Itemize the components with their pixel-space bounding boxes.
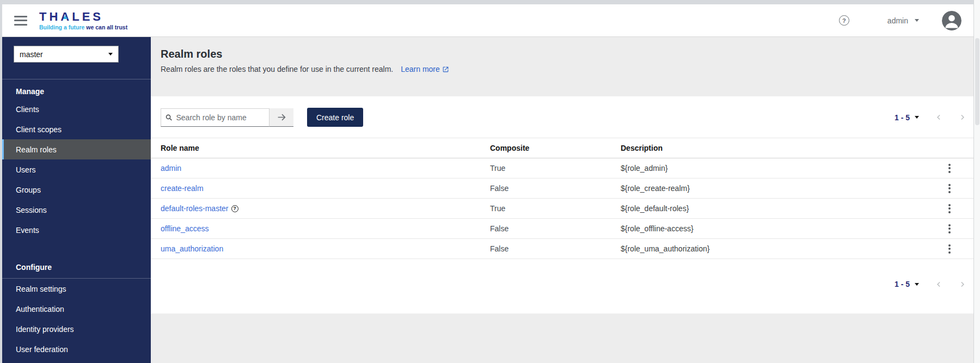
person-icon xyxy=(942,11,961,30)
sidebar-item-realm-settings[interactable]: Realm settings xyxy=(2,279,151,299)
table-row: uma_authorization False ${role_uma_autho… xyxy=(151,239,973,259)
row-actions-kebab[interactable] xyxy=(943,181,956,196)
composite-value: False xyxy=(490,224,621,233)
row-actions-kebab[interactable] xyxy=(943,241,956,257)
pagination-range-label: 1 - 5 xyxy=(895,280,910,288)
page-subtitle: Realm roles are the roles that you defin… xyxy=(161,65,393,73)
thales-logo: THALES Building a future we can all trus… xyxy=(39,11,127,30)
pagination-range-dropdown[interactable]: 1 - 5 xyxy=(895,113,919,122)
pagination-bottom: 1 - 5 xyxy=(895,280,966,288)
question-circle-icon[interactable]: ? xyxy=(231,205,238,212)
column-role-name: Role name xyxy=(161,144,490,152)
sidebar-item-clients[interactable]: Clients xyxy=(2,99,151,119)
help-button[interactable]: ? xyxy=(839,15,849,26)
role-link[interactable]: admin xyxy=(161,164,181,173)
arrow-right-icon xyxy=(277,113,286,122)
role-link[interactable]: offline_access xyxy=(161,224,209,233)
pagination-prev-button[interactable] xyxy=(935,281,942,288)
table-row: create-realm False ${role_create-realm} xyxy=(151,179,973,199)
table-header-row: Role name Composite Description xyxy=(151,138,973,158)
chevron-right-icon xyxy=(959,114,966,121)
role-link[interactable]: create-realm xyxy=(161,184,204,193)
pagination-range-label: 1 - 5 xyxy=(895,113,910,122)
composite-value: True xyxy=(490,204,621,213)
app-frame: THALES Building a future we can all trus… xyxy=(0,0,980,363)
column-description: Description xyxy=(621,144,943,152)
role-link[interactable]: default-roles-master xyxy=(161,204,229,213)
roles-toolbar: Create role 1 - 5 xyxy=(151,96,973,138)
chevron-right-icon xyxy=(959,281,966,288)
roles-card: Create role 1 - 5 xyxy=(151,96,973,313)
search-submit-button[interactable] xyxy=(270,108,293,127)
nav-section-configure: Configure xyxy=(2,255,151,279)
chevron-down-icon xyxy=(915,116,919,121)
table-row: default-roles-master ? True ${role_defau… xyxy=(151,199,973,219)
sidebar-item-authentication[interactable]: Authentication xyxy=(2,299,151,319)
chevron-down-icon xyxy=(915,283,919,288)
description-value: ${role_offline-access} xyxy=(621,224,943,233)
pagination-next-button[interactable] xyxy=(959,114,966,121)
sidebar-item-identity-providers[interactable]: Identity providers xyxy=(2,319,151,339)
chevron-left-icon xyxy=(935,281,942,288)
description-value: ${role_uma_authorization} xyxy=(621,244,943,253)
sidebar-item-users[interactable]: Users xyxy=(2,159,151,180)
username-label: admin xyxy=(887,16,908,25)
role-link[interactable]: uma_authorization xyxy=(161,244,223,253)
avatar[interactable] xyxy=(942,11,961,30)
scrollbar-thumb[interactable] xyxy=(975,38,979,125)
description-value: ${role_default-roles} xyxy=(621,204,943,213)
search-input[interactable] xyxy=(176,113,265,122)
hamburger-menu-icon[interactable] xyxy=(14,16,27,26)
description-value: ${role_admin} xyxy=(621,164,943,173)
top-header: THALES Building a future we can all trus… xyxy=(2,4,973,37)
realm-selector[interactable]: master xyxy=(14,46,119,63)
card-footer: 1 - 5 xyxy=(151,259,973,313)
main-content: Realm roles Realm roles are the roles th… xyxy=(151,37,973,363)
composite-value: False xyxy=(490,184,621,193)
sidebar-item-groups[interactable]: Groups xyxy=(2,180,151,200)
table-row: offline_access False ${role_offline-acce… xyxy=(151,219,973,239)
realm-selector-value: master xyxy=(20,50,43,59)
pagination-top: 1 - 5 xyxy=(895,113,966,122)
description-value: ${role_create-realm} xyxy=(621,184,943,193)
sidebar-item-client-scopes[interactable]: Client scopes xyxy=(2,119,151,139)
pagination-prev-button[interactable] xyxy=(935,114,942,121)
user-dropdown[interactable]: admin xyxy=(887,16,919,25)
chevron-left-icon xyxy=(935,114,942,121)
vertical-scrollbar[interactable] xyxy=(973,0,980,363)
nav-section-manage: Manage xyxy=(2,79,151,99)
question-circle-icon: ? xyxy=(839,15,849,26)
column-composite: Composite xyxy=(490,144,621,152)
sidebar-item-sessions[interactable]: Sessions xyxy=(2,200,151,220)
roles-table: Role name Composite Description admin Tr… xyxy=(151,138,973,259)
row-actions-kebab[interactable] xyxy=(943,161,956,176)
sidebar-spacer xyxy=(2,240,151,255)
sidebar-nav: master Manage Clients Client scopes Real… xyxy=(2,37,151,363)
logo-tagline: Building a future we can all trust xyxy=(39,24,127,30)
pagination-range-dropdown[interactable]: 1 - 5 xyxy=(895,280,919,288)
page-title: Realm roles xyxy=(161,48,960,60)
sidebar-item-realm-roles[interactable]: Realm roles xyxy=(2,139,151,159)
chevron-down-icon xyxy=(915,19,919,24)
table-row: admin True ${role_admin} xyxy=(151,158,973,179)
logo-brand-text: THALES xyxy=(39,11,127,23)
search-group xyxy=(161,108,293,127)
sidebar-item-events[interactable]: Events xyxy=(2,220,151,240)
row-actions-kebab[interactable] xyxy=(943,221,956,237)
sidebar-item-user-federation[interactable]: User federation xyxy=(2,339,151,359)
learn-more-link[interactable]: Learn more xyxy=(401,65,449,73)
chevron-down-icon xyxy=(108,53,113,58)
row-actions-kebab[interactable] xyxy=(943,201,956,217)
external-link-icon xyxy=(442,66,449,73)
logo-accent-triangle xyxy=(63,15,68,19)
composite-value: False xyxy=(490,244,621,253)
create-role-button[interactable]: Create role xyxy=(307,108,363,127)
composite-value: True xyxy=(490,164,621,173)
pagination-next-button[interactable] xyxy=(959,281,966,288)
search-icon xyxy=(166,114,173,121)
